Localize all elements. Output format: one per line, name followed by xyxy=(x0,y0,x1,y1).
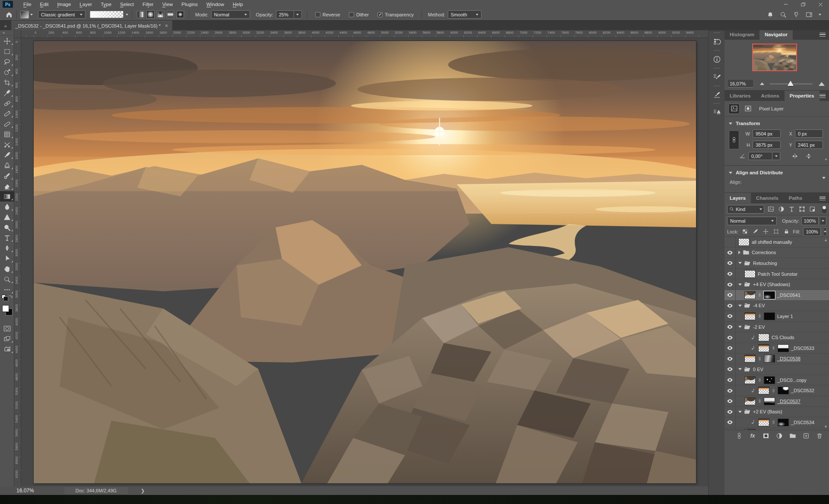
group-expand-chevron[interactable] xyxy=(738,411,742,413)
layer-thumbnail[interactable] xyxy=(744,312,756,320)
visibility-toggle[interactable] xyxy=(725,332,736,343)
layer-thumbnail[interactable] xyxy=(758,334,769,341)
gradient-tool[interactable] xyxy=(0,191,14,202)
group-expand-chevron[interactable] xyxy=(738,262,742,264)
navigator-zoom-field[interactable]: 16,07% xyxy=(728,80,753,88)
mask-link-icon[interactable] xyxy=(758,356,762,362)
layer-row[interactable]: +4 EV (Shadows) xyxy=(725,279,829,290)
visibility-toggle[interactable] xyxy=(725,237,736,247)
minimize-icon[interactable] xyxy=(777,0,794,9)
layer-name[interactable]: all shifted manually xyxy=(752,239,792,245)
menu-file[interactable]: File xyxy=(19,1,36,8)
linear-gradient-style[interactable] xyxy=(136,10,145,19)
layer-thumbnail[interactable] xyxy=(744,376,756,384)
type-tool[interactable] xyxy=(0,233,14,243)
foreground-color-swatch[interactable] xyxy=(2,305,9,312)
group-expand-chevron[interactable] xyxy=(738,284,742,286)
layer-mask-thumbnail[interactable] xyxy=(778,419,789,426)
dither-checkbox[interactable]: Dither xyxy=(349,12,369,17)
clone-source-icon[interactable] xyxy=(709,105,725,120)
radial-gradient-style[interactable] xyxy=(146,10,155,19)
nav-tab-histogram[interactable]: Histogram xyxy=(725,29,759,40)
document-tab[interactable]: _DSC0532 - _DSC0541.psd @ 16,1% (_DSC054… xyxy=(11,21,172,30)
layerlist-scroll-up[interactable]: ▲ xyxy=(824,238,828,242)
layers-tab-channels[interactable]: Channels xyxy=(751,193,784,203)
sharpen-tool[interactable] xyxy=(0,212,14,222)
flip-vertical-icon[interactable] xyxy=(805,153,812,160)
x-field[interactable]: 0 px xyxy=(795,129,823,138)
layer-thumbnail[interactable] xyxy=(744,270,756,278)
layer-name[interactable]: CS Clouds xyxy=(772,335,794,340)
mode-select[interactable]: Normal xyxy=(211,10,250,19)
layer-mask-thumbnail[interactable] xyxy=(764,312,775,320)
home-icon[interactable] xyxy=(5,11,13,19)
layer-row[interactable]: _DSC0537 xyxy=(725,396,829,407)
search-icon[interactable] xyxy=(780,11,787,18)
tab-overflow-chevron[interactable]: » xyxy=(0,24,11,30)
healing-tool[interactable] xyxy=(0,98,14,108)
fill-field[interactable]: 100% xyxy=(803,227,820,236)
menu-select[interactable]: Select xyxy=(116,1,138,8)
layer-name[interactable]: _DSC0538 xyxy=(777,356,801,361)
group-expand-chevron[interactable] xyxy=(738,305,742,307)
visibility-toggle[interactable] xyxy=(725,279,736,290)
frame-tool[interactable] xyxy=(0,129,14,139)
visibility-toggle[interactable] xyxy=(725,343,736,353)
status-menu-chevron[interactable]: ❯ xyxy=(141,488,145,494)
gradient-preset-select[interactable]: Classic gradient xyxy=(38,10,85,19)
visibility-toggle[interactable] xyxy=(725,322,736,332)
pixel-layer-icon[interactable] xyxy=(729,104,739,113)
lock-transparent-icon[interactable] xyxy=(741,228,748,235)
eyedropper-tool[interactable] xyxy=(0,88,14,98)
lock-artboard-icon[interactable] xyxy=(772,228,779,235)
dodge-tool[interactable] xyxy=(0,222,14,233)
visibility-toggle[interactable] xyxy=(725,311,736,321)
layer-row[interactable]: _DSC0538 xyxy=(725,354,829,365)
mask-link-icon[interactable] xyxy=(772,387,775,394)
layer-name[interactable]: Patch Tool Sunstar xyxy=(758,271,797,277)
layer-thumbnail[interactable] xyxy=(758,344,769,352)
mask-link-icon[interactable] xyxy=(772,419,775,425)
visibility-toggle[interactable] xyxy=(725,354,736,364)
layer-name[interactable]: _DSC0534 xyxy=(791,420,814,425)
layer-row[interactable]: -4 EV xyxy=(725,301,829,312)
zoom-in-button[interactable] xyxy=(819,82,825,86)
visibility-toggle[interactable] xyxy=(725,396,736,406)
filter-toggle[interactable] xyxy=(822,205,826,213)
gradient-sample[interactable] xyxy=(90,11,128,18)
restore-icon[interactable] xyxy=(794,0,812,9)
discover-icon[interactable] xyxy=(793,11,800,18)
rotation-field[interactable]: 0,00° xyxy=(748,152,772,160)
align-more-chevron[interactable] xyxy=(822,177,826,179)
mask-link-icon[interactable] xyxy=(758,313,762,319)
layer-name[interactable]: Layer 1 xyxy=(777,314,793,319)
document-canvas[interactable] xyxy=(34,41,696,483)
angle-gradient-style[interactable] xyxy=(156,10,165,19)
layer-name[interactable]: Retouching xyxy=(753,261,777,266)
opacity-field[interactable]: 25% xyxy=(276,10,294,19)
layer-row[interactable]: -2 EV xyxy=(725,322,829,333)
visibility-toggle[interactable] xyxy=(725,375,736,385)
layer-row[interactable]: _DSC0532 xyxy=(725,385,829,396)
layer-name[interactable]: Corrections xyxy=(752,250,776,255)
layer-mask-thumbnail[interactable] xyxy=(764,291,775,299)
visibility-toggle[interactable] xyxy=(725,301,736,311)
layer-thumbnail[interactable] xyxy=(744,429,756,430)
add-mask-icon[interactable] xyxy=(762,432,770,440)
layer-name[interactable]: _DSC0537 xyxy=(777,399,801,404)
smartobject-filter-icon[interactable] xyxy=(808,205,816,214)
menu-edit[interactable]: Edit xyxy=(36,1,53,8)
layer-row[interactable]: Retouching xyxy=(725,258,829,269)
layer-name[interactable]: _DSC0541 xyxy=(777,293,801,298)
eraser-tool[interactable] xyxy=(0,181,14,191)
brush-settings-icon[interactable] xyxy=(709,69,725,84)
new-layer-icon[interactable] xyxy=(802,432,810,440)
height-field[interactable]: 3875 px xyxy=(753,141,781,149)
layers-tab-paths[interactable]: Paths xyxy=(784,193,807,203)
menu-view[interactable]: View xyxy=(158,1,177,8)
fx-icon[interactable]: fx xyxy=(748,432,757,440)
canvas-pasteboard[interactable] xyxy=(21,38,708,486)
lock-position-icon[interactable] xyxy=(762,228,769,235)
blur-tool[interactable] xyxy=(0,202,14,212)
mask-link-icon[interactable] xyxy=(758,292,762,298)
